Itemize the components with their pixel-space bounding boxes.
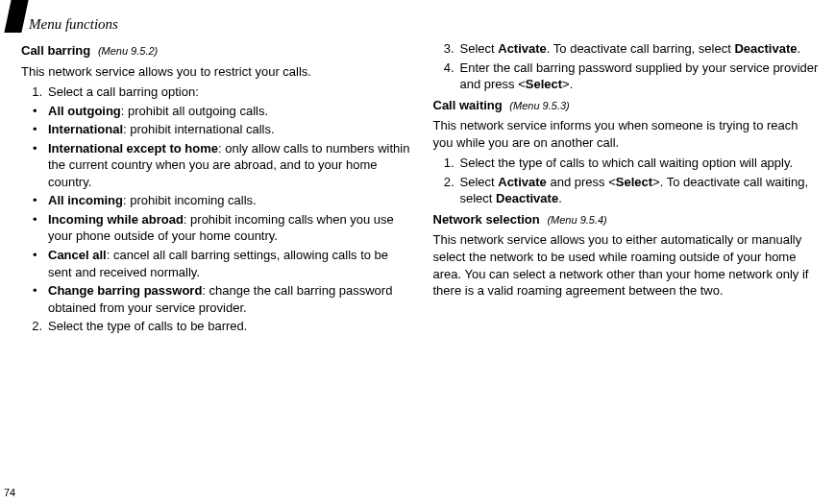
bullet-marker: • — [33, 140, 48, 191]
section-menu-ref: (Menu 9.5.4) — [547, 214, 606, 226]
bullet-text: Cancel all: cancel all call barring sett… — [48, 247, 410, 280]
step-2: 2. Select the type of calls to be barred… — [21, 318, 410, 335]
text-part: Select — [460, 41, 499, 56]
step-number: 1. — [21, 84, 48, 101]
section-heading-call-waiting: Call waiting (Menu 9.5.3) — [433, 97, 823, 114]
text-bold: Select — [526, 77, 562, 91]
bullet-text: Change barring password: change the call… — [48, 282, 410, 316]
section-menu-ref: (Menu 9.5.3) — [509, 100, 569, 111]
step-number: 4. — [433, 60, 460, 93]
bullet-text: International: prohibit international ca… — [48, 121, 410, 138]
bullet-incoming-abroad: • Incoming while abroad: prohibit incomi… — [33, 211, 410, 245]
left-column: Call barring (Menu 9.5.2) This network s… — [21, 38, 410, 337]
bullet-rest: : prohibit incoming calls. — [123, 193, 257, 207]
cw-step-2: 2. Select Activate and press <Select>. T… — [433, 174, 823, 207]
step-text: Select Activate and press <Select>. To d… — [460, 174, 823, 207]
bullet-label: Incoming while abroad — [48, 212, 184, 227]
text-part: . — [797, 41, 800, 56]
text-part: Enter the call barring password supplied… — [460, 60, 819, 92]
intro-text: This network service allows you to restr… — [21, 63, 410, 81]
step-text: Select a call barring option: — [48, 84, 410, 101]
section-title: Call waiting — [433, 98, 503, 112]
intro-text: This network service allows you to eithe… — [433, 231, 823, 299]
section-heading-network-selection: Network selection (Menu 9.5.4) — [433, 211, 823, 228]
bullet-marker: • — [33, 247, 48, 280]
section-menu-ref: (Menu 9.5.2) — [98, 45, 158, 57]
cw-step-1: 1. Select the type of calls to which cal… — [433, 155, 823, 172]
content-columns: Call barring (Menu 9.5.2) This network s… — [21, 38, 822, 337]
step-number: 2. — [433, 174, 460, 207]
text-part: . — [558, 191, 562, 205]
bullet-text: All outgoing: prohibit all outgoing call… — [48, 103, 410, 120]
intro-text: This network service informs you when so… — [433, 117, 823, 151]
text-part: >. — [562, 77, 573, 91]
text-part: Select — [460, 175, 499, 189]
bullet-label: Cancel all — [48, 248, 107, 262]
bullet-label: All outgoing — [48, 104, 121, 118]
step-text: Select the type of calls to which call w… — [460, 155, 823, 172]
step-number: 1. — [433, 155, 460, 172]
step-number: 3. — [433, 40, 460, 58]
section-title: Call barring — [21, 43, 90, 58]
text-bold: Deactivate — [734, 41, 797, 56]
bullet-all-outgoing: • All outgoing: prohibit all outgoing ca… — [33, 103, 410, 120]
bullet-all-incoming: • All incoming: prohibit incoming calls. — [33, 192, 410, 209]
section-title: Network selection — [433, 212, 540, 227]
step-1: 1. Select a call barring option: — [21, 84, 410, 101]
text-part: and press < — [547, 175, 616, 189]
step-number: 2. — [21, 318, 48, 335]
text-bold: Select — [616, 175, 652, 189]
text-bold: Activate — [498, 175, 547, 189]
page-number: 74 — [4, 487, 15, 498]
right-column: 3. Select Activate. To deactivate call b… — [433, 38, 823, 337]
page-header: Menu functions — [8, 12, 822, 33]
bullet-label: International except to home — [48, 141, 218, 156]
text-bold: Deactivate — [496, 191, 558, 205]
bullet-international: • International: prohibit international … — [33, 121, 410, 138]
step-4: 4. Enter the call barring password suppl… — [433, 60, 823, 93]
text-part: . To deactivate call barring, select — [547, 41, 735, 56]
step-text: Select Activate. To deactivate call barr… — [460, 40, 823, 58]
bullet-marker: • — [33, 192, 48, 209]
bullet-label: International — [48, 122, 123, 136]
bullet-marker: • — [33, 121, 48, 138]
bullet-cancel-all: • Cancel all: cancel all call barring se… — [33, 247, 410, 280]
bullet-text: Incoming while abroad: prohibit incoming… — [48, 211, 410, 245]
page: Menu functions Call barring (Menu 9.5.2)… — [0, 0, 835, 504]
bullet-marker: • — [33, 282, 48, 316]
bullet-text: International except to home: only allow… — [48, 140, 410, 191]
bullet-label: All incoming — [48, 193, 123, 207]
bullet-marker: • — [33, 103, 48, 120]
step-text: Select the type of calls to be barred. — [48, 318, 410, 335]
bullet-label: Change barring password — [48, 283, 202, 298]
bullet-text: All incoming: prohibit incoming calls. — [48, 192, 410, 209]
bullet-change-password: • Change barring password: change the ca… — [33, 282, 410, 316]
header-title: Menu functions — [29, 16, 118, 33]
section-heading-call-barring: Call barring (Menu 9.5.2) — [21, 42, 410, 60]
step-3: 3. Select Activate. To deactivate call b… — [433, 40, 823, 58]
bullet-international-except-home: • International except to home: only all… — [33, 140, 410, 191]
bullet-marker: • — [33, 211, 48, 245]
bullet-rest: : prohibit international calls. — [123, 122, 275, 136]
bullet-rest: : prohibit all outgoing calls. — [121, 104, 268, 118]
step-text: Enter the call barring password supplied… — [460, 60, 823, 93]
text-bold: Activate — [498, 41, 547, 56]
header-accent-bar — [4, 0, 28, 33]
